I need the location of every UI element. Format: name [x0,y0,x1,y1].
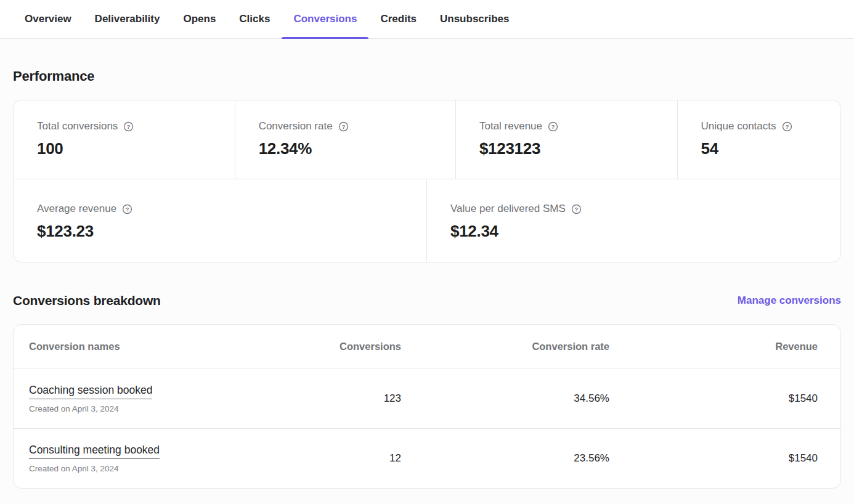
col-conversion-names: Conversion names [29,341,272,352]
table-row: Coaching session booked Created on April… [14,368,840,428]
metric-label: Conversion rate [259,120,333,132]
help-icon[interactable]: ? [571,204,582,214]
metric-total-revenue: Total revenue ? $123123 [456,100,678,179]
help-icon[interactable]: ? [782,121,792,132]
conversion-name-link[interactable]: Consulting meeting booked [29,444,160,459]
tab-unsubscribes[interactable]: Unsubscribes [428,0,521,38]
conversions-cell: 123 [272,392,401,405]
metric-conversion-rate: Conversion rate ? 12.34% [235,100,456,179]
metric-value: 54 [701,139,822,158]
metric-label: Total revenue [479,120,542,132]
breakdown-header: Conversions breakdown Manage conversions [13,293,841,308]
table-header-row: Conversion names Conversions Conversion … [14,325,840,368]
col-conversion-rate: Conversion rate [401,341,609,352]
tab-overview[interactable]: Overview [13,0,83,38]
conversions-cell: 12 [272,452,401,465]
conversion-created-date: Created on April 3, 2024 [29,404,272,413]
svg-text:?: ? [574,206,578,213]
stats-tabbar: Overview Deliverability Opens Clicks Con… [0,0,854,39]
tab-credits[interactable]: Credits [368,0,428,38]
performance-title: Performance [13,68,841,84]
metric-label: Total conversions [37,120,118,132]
breakdown-title: Conversions breakdown [13,293,161,308]
svg-text:?: ? [127,123,131,130]
conversion-rate-cell: 23.56% [401,452,609,465]
performance-metrics-card: Total conversions ? 100 Conversion rate … [13,100,841,262]
help-icon[interactable]: ? [548,121,558,132]
svg-text:?: ? [341,123,345,130]
svg-text:?: ? [551,123,555,130]
metric-value-per-delivered-sms: Value per delivered SMS ? $12.34 [427,179,840,262]
conversion-name-cell: Coaching session booked Created on April… [29,384,272,413]
metric-value: 100 [37,139,216,158]
metric-unique-contacts: Unique contacts ? 54 [678,100,840,179]
conversions-table: Conversion names Conversions Conversion … [13,324,841,489]
conversion-name-cell: Consulting meeting booked Created on Apr… [29,444,272,473]
metric-value: $12.34 [450,222,822,241]
metrics-row-1: Total conversions ? 100 Conversion rate … [14,100,840,179]
help-icon[interactable]: ? [123,121,134,132]
conversion-created-date: Created on April 3, 2024 [29,464,272,473]
tab-opens[interactable]: Opens [171,0,227,38]
conversions-panel: Performance Total conversions ? 100 Conv… [0,68,854,489]
tab-deliverability[interactable]: Deliverability [83,0,172,38]
svg-text:?: ? [126,206,129,213]
col-conversions: Conversions [272,341,401,352]
tab-conversions[interactable]: Conversions [282,0,368,38]
metric-label: Value per delivered SMS [450,203,566,215]
conversion-name-link[interactable]: Coaching session booked [29,384,152,399]
manage-conversions-link[interactable]: Manage conversions [738,295,841,307]
metric-label: Unique contacts [701,120,776,132]
conversion-rate-cell: 34.56% [401,392,609,405]
metric-value: 12.34% [259,139,437,158]
table-row: Consulting meeting booked Created on Apr… [14,428,840,488]
col-revenue: Revenue [609,341,818,352]
revenue-cell: $1540 [609,452,818,465]
help-icon[interactable]: ? [122,204,132,214]
metric-value: $123.23 [37,222,408,241]
metric-average-revenue: Average revenue ? $123.23 [14,179,427,262]
revenue-cell: $1540 [609,392,818,405]
metric-label: Average revenue [37,203,116,215]
tab-clicks[interactable]: Clicks [227,0,282,38]
metrics-row-2: Average revenue ? $123.23 Value per deli… [14,179,840,262]
metric-total-conversions: Total conversions ? 100 [14,100,235,179]
svg-text:?: ? [785,123,789,130]
metric-value: $123123 [479,139,659,158]
help-icon[interactable]: ? [338,121,349,132]
